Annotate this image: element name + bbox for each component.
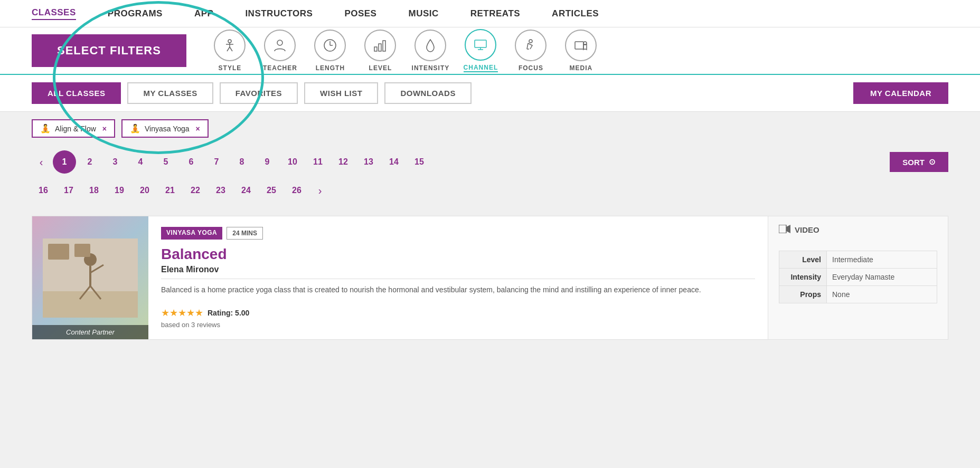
- class-description: Balanced is a home practice yoga class t…: [161, 284, 755, 295]
- nav-instructors[interactable]: INSTRUCTORS: [245, 8, 313, 19]
- pagination-row2: 16 17 18 19 20 21 22 23 24 25 26 ›: [0, 179, 980, 207]
- remove-align-flow[interactable]: ×: [102, 125, 107, 133]
- page-5[interactable]: 5: [154, 150, 177, 174]
- tab-wish-list[interactable]: WISH LIST: [304, 82, 378, 104]
- filter-tag-vinyasa[interactable]: 🧘 Vinyasa Yoga ×: [121, 119, 209, 138]
- nav-music[interactable]: MUSIC: [408, 8, 438, 19]
- sort-icon: ⊙: [929, 157, 936, 167]
- class-tags: VINYASA YOGA 24 MINS: [161, 227, 755, 240]
- page-7[interactable]: 7: [205, 150, 228, 174]
- svg-rect-12: [475, 40, 486, 47]
- page-1[interactable]: 1: [53, 150, 76, 174]
- sub-navigation: ALL CLASSES MY CLASSES FAVORITES WISH LI…: [0, 75, 980, 112]
- class-meta: VIDEO Level Intermediate Intensity Every…: [768, 216, 948, 339]
- page-22[interactable]: 22: [184, 179, 207, 202]
- class-details-table: Level Intermediate Intensity Everyday Na…: [779, 251, 937, 303]
- filter-tag-align-flow[interactable]: 🧘 Align & Flow ×: [32, 119, 115, 138]
- sort-label: SORT: [902, 158, 925, 167]
- filter-length[interactable]: LENGTH: [308, 30, 353, 72]
- svg-rect-10: [379, 44, 381, 51]
- class-title[interactable]: Balanced: [161, 246, 755, 263]
- page-13[interactable]: 13: [357, 150, 380, 174]
- tab-my-classes[interactable]: MY CLASSES: [127, 82, 213, 104]
- media-type-label: VIDEO: [795, 225, 819, 234]
- rating-text: Rating: 5.00: [208, 309, 249, 317]
- filter-level[interactable]: LEVEL: [358, 30, 403, 72]
- teacher-icon-circle: [264, 30, 296, 61]
- filter-intensity[interactable]: INTENSITY: [408, 30, 453, 72]
- svg-rect-17: [575, 42, 583, 49]
- nav-articles[interactable]: ARTICLES: [552, 8, 599, 19]
- filter-media[interactable]: MEDIA: [559, 30, 604, 72]
- select-filters-button[interactable]: SELECT FILTERS: [32, 34, 186, 67]
- tab-all-classes[interactable]: ALL CLASSES: [32, 82, 121, 104]
- svg-line-3: [227, 47, 230, 51]
- page-12[interactable]: 12: [332, 150, 355, 174]
- tab-downloads[interactable]: DOWNLOADS: [384, 82, 472, 104]
- nav-retreats[interactable]: RETREATS: [470, 8, 520, 19]
- page-24[interactable]: 24: [234, 179, 258, 202]
- page-16[interactable]: 16: [32, 179, 55, 202]
- next-page[interactable]: ›: [310, 181, 329, 200]
- page-3[interactable]: 3: [103, 150, 127, 174]
- media-type-row: VIDEO: [779, 225, 937, 240]
- props-row: Props None: [779, 286, 937, 303]
- intensity-label: INTENSITY: [412, 64, 450, 72]
- svg-rect-26: [48, 244, 69, 260]
- intensity-label: Intensity: [779, 269, 827, 286]
- filter-channel[interactable]: CHANNEL: [458, 29, 503, 72]
- page-25[interactable]: 25: [260, 179, 283, 202]
- page-19[interactable]: 19: [108, 179, 131, 202]
- svg-point-5: [277, 40, 282, 45]
- sort-button[interactable]: SORT ⊙: [890, 152, 948, 172]
- page-20[interactable]: 20: [133, 179, 156, 202]
- page-17[interactable]: 17: [57, 179, 80, 202]
- svg-rect-9: [374, 47, 377, 51]
- page-21[interactable]: 21: [158, 179, 182, 202]
- prev-page[interactable]: ‹: [32, 152, 51, 171]
- nav-programs[interactable]: PROGRAMS: [108, 8, 163, 19]
- page-23[interactable]: 23: [209, 179, 232, 202]
- class-divider: [161, 279, 755, 279]
- channel-icon-circle: [465, 29, 496, 61]
- content-partner-label: Content Partner: [32, 325, 148, 339]
- tab-favorites[interactable]: FAVORITES: [220, 82, 298, 104]
- focus-label: FOCUS: [519, 64, 543, 72]
- page-9[interactable]: 9: [256, 150, 279, 174]
- media-icon-circle: [565, 30, 597, 61]
- props-value: None: [827, 286, 937, 303]
- nav-app[interactable]: APP: [194, 8, 213, 19]
- style-label: STYLE: [219, 64, 242, 72]
- page-26[interactable]: 26: [285, 179, 308, 202]
- page-10[interactable]: 10: [281, 150, 304, 174]
- video-icon: [779, 225, 790, 235]
- page-2[interactable]: 2: [78, 150, 101, 174]
- rating-stars: ★★★★★: [161, 307, 203, 319]
- nav-poses[interactable]: POSES: [344, 8, 376, 19]
- filter-icons-row: STYLE TEACHER LENGTH: [208, 29, 948, 72]
- page-8[interactable]: 8: [230, 150, 253, 174]
- my-calendar-button[interactable]: MY CALENDAR: [853, 82, 948, 104]
- filter-bar: SELECT FILTERS STYLE: [0, 27, 980, 75]
- remove-vinyasa[interactable]: ×: [196, 125, 200, 133]
- length-icon-circle: [314, 30, 346, 61]
- page-15[interactable]: 15: [408, 150, 431, 174]
- props-label: Props: [779, 286, 827, 303]
- vinyasa-icon: 🧘: [130, 123, 140, 133]
- class-duration-tag: 24 MINS: [227, 227, 263, 240]
- page-14[interactable]: 14: [382, 150, 406, 174]
- filter-focus[interactable]: FOCUS: [508, 30, 553, 72]
- page-11[interactable]: 11: [306, 150, 329, 174]
- filter-teacher[interactable]: TEACHER: [258, 30, 303, 72]
- rating-reviews: based on 3 reviews: [161, 321, 755, 329]
- svg-marker-29: [786, 225, 790, 233]
- focus-icon-circle: [515, 30, 546, 61]
- page-18[interactable]: 18: [82, 179, 106, 202]
- page-6[interactable]: 6: [180, 150, 203, 174]
- media-label: MEDIA: [570, 64, 593, 72]
- page-4[interactable]: 4: [129, 150, 152, 174]
- nav-classes[interactable]: CLASSES: [32, 7, 76, 20]
- filter-style[interactable]: STYLE: [208, 30, 252, 72]
- class-instructor[interactable]: Elena Mironov: [161, 265, 755, 274]
- class-thumbnail[interactable]: Content Partner: [32, 216, 148, 339]
